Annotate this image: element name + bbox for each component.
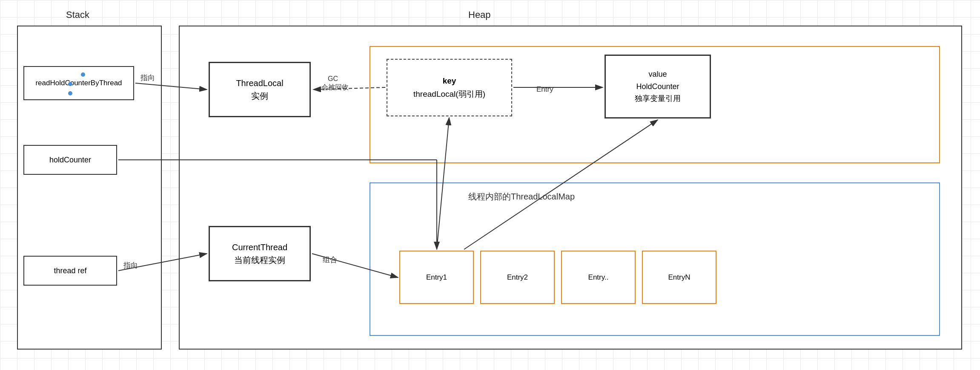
entryN-box: EntryN (642, 251, 716, 304)
thread-local-box: ThreadLocal实例 (209, 62, 311, 117)
threadlocal-map-label: 线程内部的ThreadLocalMap (468, 191, 575, 202)
thread-ref-box: thread ref (23, 256, 117, 286)
heap-label: Heap (468, 9, 491, 20)
key-box: keythreadLocal(弱引用) (387, 59, 512, 116)
entry-label: Entry (536, 85, 553, 94)
stack-label: Stack (66, 9, 89, 20)
entry-dot-box: Entry.. (561, 251, 636, 304)
value-box: valueHoldCounter独享变量引用 (605, 55, 711, 119)
current-thread-box: CurrentThread当前线程实例 (209, 226, 311, 281)
blue-dot-3 (68, 91, 72, 95)
blue-dot-2 (68, 82, 72, 86)
hold-counter-box: holdCounter (23, 145, 117, 175)
diagram: Stack Heap readHoldCounterByThread holdC… (0, 0, 980, 370)
entry1-box: Entry1 (399, 251, 474, 304)
entry2-box: Entry2 (480, 251, 555, 304)
blue-dot-1 (81, 72, 85, 77)
read-hold-counter-box: readHoldCounterByThread (23, 66, 134, 100)
